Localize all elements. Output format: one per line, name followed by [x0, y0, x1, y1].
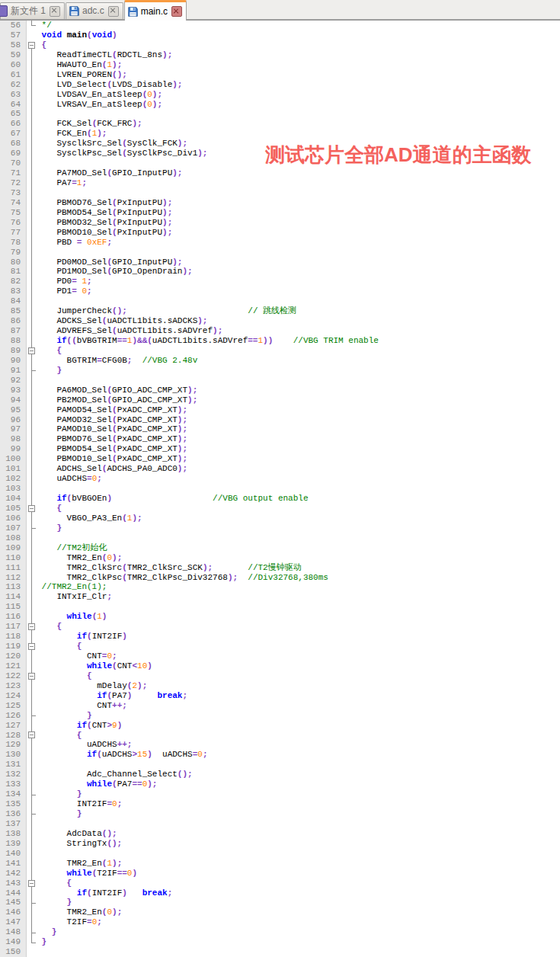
code-text[interactable]: if(INT2IF) break;: [37, 888, 560, 898]
close-icon[interactable]: [108, 6, 119, 17]
code-text[interactable]: HWAUTO_En(1);: [37, 60, 560, 70]
code-text[interactable]: }: [37, 927, 560, 937]
code-text[interactable]: [37, 849, 560, 859]
code-text[interactable]: ADCKS_Sel(uADCTL1bits.sADCKS);: [37, 316, 560, 326]
code-text[interactable]: PA7MOD_Sel(GPIO_InputPU);: [37, 168, 560, 178]
close-icon[interactable]: [171, 6, 182, 17]
fold-collapse-icon[interactable]: [28, 673, 35, 680]
code-text[interactable]: FCK_Sel(FCK_FRC);: [37, 119, 560, 129]
code-text[interactable]: T2IF=0;: [37, 917, 560, 927]
fold-collapse-icon[interactable]: [28, 731, 35, 738]
fold-collapse-icon[interactable]: [28, 347, 35, 354]
fold-collapse-icon[interactable]: [28, 505, 35, 512]
code-text[interactable]: PB2MOD_Sel(GPIO_ADC_CMP_XT);: [37, 395, 560, 405]
code-text[interactable]: while(CNT<10): [37, 661, 560, 671]
tab-adc-c[interactable]: adc.c: [66, 2, 123, 19]
fold-collapse-icon[interactable]: [28, 42, 35, 49]
code-text[interactable]: {: [37, 731, 560, 741]
code-text[interactable]: [37, 602, 560, 612]
fold-collapse-icon[interactable]: [28, 880, 35, 887]
code-text[interactable]: ReadTimeCTL(RDCTL_8ns);: [37, 50, 560, 60]
code-text[interactable]: PBMOD54_Sel(PxInputPU);: [37, 208, 560, 218]
fold-collapse-icon[interactable]: [28, 643, 35, 650]
code-text[interactable]: PBD = 0xEF;: [37, 238, 560, 248]
code-text[interactable]: [37, 819, 560, 829]
code-text[interactable]: //TMR2_En(1);: [37, 582, 560, 592]
code-text[interactable]: while(PA7==0);: [37, 779, 560, 789]
code-text[interactable]: PAMOD54_Sel(PxADC_CMP_XT);: [37, 405, 560, 415]
code-text[interactable]: TMR2_En(1);: [37, 859, 560, 869]
code-text[interactable]: {: [37, 879, 560, 888]
code-text[interactable]: PD1MOD_Sel(GPIO_OpenDrain);: [37, 267, 560, 277]
code-text[interactable]: FCK_En(1);: [37, 129, 560, 139]
code-text[interactable]: PD0= 1;: [37, 277, 560, 286]
code-text[interactable]: TMR2_En(0);: [37, 907, 560, 917]
code-text[interactable]: BGTRIM=CFG0B; //VBG 2.48v: [37, 356, 560, 366]
code-text[interactable]: PD0MOD_Sel(GPIO_InputPU);: [37, 258, 560, 267]
code-text[interactable]: [37, 296, 560, 306]
code-text[interactable]: {: [37, 642, 560, 651]
code-text[interactable]: PA6MOD_Sel(GPIO_ADC_CMP_XT);: [37, 386, 560, 395]
code-text[interactable]: {: [37, 40, 560, 50]
code-text[interactable]: PBMOD76_Sel(PxInputPU);: [37, 198, 560, 208]
code-text[interactable]: PBMOD54_Sel(PxADC_CMP_XT);: [37, 444, 560, 454]
code-text[interactable]: LVDSAV_En_atSleep(0);: [37, 90, 560, 100]
code-text[interactable]: uADCHS=0;: [37, 474, 560, 484]
fold-collapse-icon[interactable]: [28, 623, 35, 630]
code-text[interactable]: [37, 533, 560, 543]
code-text[interactable]: PAMOD32_Sel(PxADC_CMP_XT);: [37, 415, 560, 425]
code-text[interactable]: TMR2_ClkPsc(TMR2_ClkPsc_Div32768); //Div…: [37, 573, 560, 583]
code-text[interactable]: {: [37, 622, 560, 632]
code-text[interactable]: StringTx();: [37, 839, 560, 849]
code-text[interactable]: INT2IF=0;: [37, 799, 560, 809]
code-text[interactable]: if(CNT>9): [37, 721, 560, 731]
code-text[interactable]: if(uADCHS>15) uADCHS=0;: [37, 750, 560, 760]
code-text[interactable]: [37, 760, 560, 770]
code-text[interactable]: PBMOD10_Sel(PxADC_CMP_XT);: [37, 454, 560, 464]
code-text[interactable]: PBMOD10_Sel(PxInputPU);: [37, 228, 560, 238]
code-text[interactable]: if(bVBGOEn) //VBG output enable: [37, 494, 560, 504]
code-text[interactable]: }: [37, 937, 560, 947]
code-text[interactable]: AdcData();: [37, 829, 560, 839]
code-text[interactable]: {: [37, 346, 560, 356]
code-text[interactable]: */: [37, 21, 560, 30]
code-text[interactable]: mDelay(2);: [37, 681, 560, 691]
code-text[interactable]: [37, 109, 560, 119]
code-text[interactable]: uADCHS++;: [37, 740, 560, 750]
code-text[interactable]: }: [37, 789, 560, 799]
code-text[interactable]: while(T2IF==0): [37, 869, 560, 879]
code-text[interactable]: PA7=1;: [37, 178, 560, 188]
code-text[interactable]: }: [37, 523, 560, 533]
code-text[interactable]: {: [37, 504, 560, 514]
code-text[interactable]: if(INT2IF): [37, 632, 560, 642]
code-text[interactable]: TMR2_En(0);: [37, 553, 560, 563]
code-text[interactable]: TMR2_ClkSrc(TMR2_ClkSrc_SCK); //T2慢钟驱动: [37, 563, 560, 573]
code-text[interactable]: //TM2初始化: [37, 543, 560, 553]
tab-main-c[interactable]: main.c: [124, 0, 187, 21]
code-text[interactable]: CNT=0;: [37, 651, 560, 661]
code-text[interactable]: void main(void): [37, 30, 560, 40]
code-text[interactable]: LVD_Select(LVDS_Disable);: [37, 80, 560, 90]
code-text[interactable]: ADVREFS_Sel(uADCTL1bits.sADVref);: [37, 326, 560, 336]
tab--1[interactable]: 新文件 1: [0, 2, 65, 19]
code-text[interactable]: ADCHS_Sel(ADCHS_PA0_ADC0);: [37, 464, 560, 474]
code-text[interactable]: [37, 484, 560, 494]
code-text[interactable]: [37, 947, 560, 957]
code-text[interactable]: }: [37, 366, 560, 376]
code-text[interactable]: }: [37, 711, 560, 721]
code-text[interactable]: }: [37, 809, 560, 819]
code-text[interactable]: [37, 188, 560, 198]
code-text[interactable]: if(PA7) break;: [37, 691, 560, 701]
code-text[interactable]: PAMOD10_Sel(PxADC_CMP_XT);: [37, 424, 560, 434]
code-text[interactable]: JumperCheck(); // 跳线检测: [37, 306, 560, 316]
code-text[interactable]: while(1): [37, 612, 560, 622]
code-text[interactable]: INTxIF_Clr;: [37, 592, 560, 602]
code-text[interactable]: PBMOD76_Sel(PxADC_CMP_XT);: [37, 434, 560, 444]
code-text[interactable]: PD1= 0;: [37, 286, 560, 296]
code-text[interactable]: if((bVBGTRIM==1)&&(uADCTL1bits.sADVref==…: [37, 336, 560, 346]
code-text[interactable]: PBMOD32_Sel(PxInputPU);: [37, 218, 560, 228]
code-text[interactable]: VBGO_PA3_En(1);: [37, 514, 560, 523]
code-text[interactable]: }: [37, 898, 560, 907]
code-text[interactable]: LVREN_POREN();: [37, 70, 560, 80]
code-text[interactable]: [37, 376, 560, 386]
